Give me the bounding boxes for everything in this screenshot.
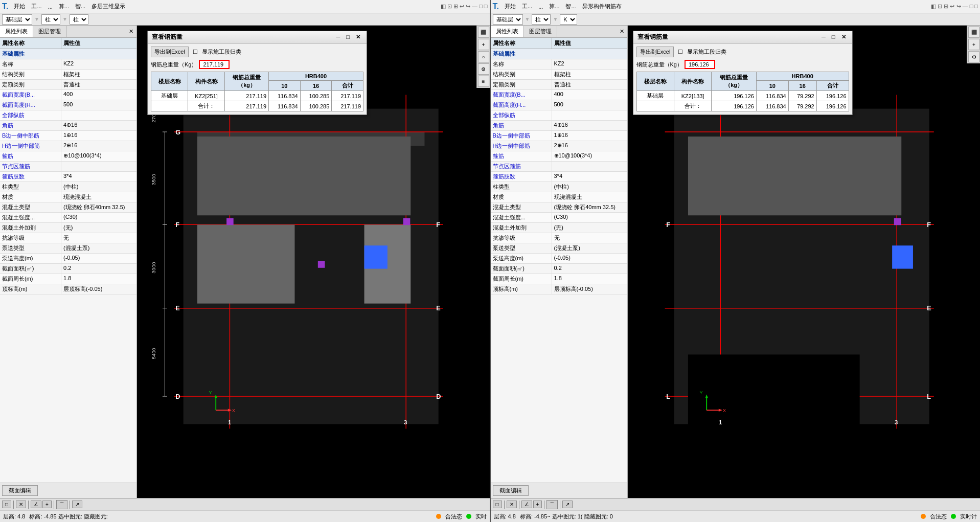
prop-col-header-name: 属性名称 xyxy=(0,38,61,49)
left-toolbar-icons: ◧ ⊡ ⊞ ↩ ↪ — □ □ xyxy=(441,3,488,10)
btool-plus-right[interactable]: + xyxy=(533,501,542,508)
tab-layers-left[interactable]: 图层管理 xyxy=(33,26,66,37)
btool-x-left[interactable]: ✕ xyxy=(16,501,26,508)
app-logo-right: T. xyxy=(493,2,499,11)
prop-row-additive: 混凝土外加剂 (无) xyxy=(0,223,136,233)
checkbox-construction-right[interactable]: ☐ xyxy=(678,49,683,55)
right-prop-coltype: 柱类型 (中柱) xyxy=(491,182,627,192)
toolbar-btn-left-1[interactable]: 开始 xyxy=(11,2,28,11)
btool-angle-right[interactable]: ∠ xyxy=(521,501,532,508)
right-prop-concrete-type: 混凝土类型 (现浇砼 卵石40mm 32.5) xyxy=(491,202,627,213)
dialog-title-right[interactable]: 查看钢筋量 ─ □ ✕ xyxy=(633,31,852,43)
right-toolbar-icons: ◧ ⊡ ⊞ ↩ ↪ — □ □ xyxy=(931,3,978,10)
right-prop-permeability: 抗渗等级 无 xyxy=(491,233,627,243)
dialog-minimize-left[interactable]: ─ xyxy=(334,34,343,40)
right-side-tool-settings[interactable]: ⚙ xyxy=(968,51,979,62)
svg-text:F: F xyxy=(927,221,931,229)
right-type-select-2[interactable]: K xyxy=(560,14,577,25)
side-tool-3d[interactable]: ⬛ xyxy=(478,27,489,38)
prop-row-top-elev: 顶标高(m) 层顶标高(-0.05) xyxy=(0,284,136,294)
side-tool-zoom-out[interactable]: ○ xyxy=(478,51,489,62)
svg-rect-12 xyxy=(226,218,234,225)
weight-value-right: 196.126 xyxy=(685,60,715,69)
left-type-select-1[interactable]: 柱 xyxy=(41,14,60,25)
btool-rect-right[interactable]: □ xyxy=(493,501,502,508)
toolbar-btn-left-4[interactable]: 算... xyxy=(56,2,72,11)
left-type-select-2[interactable]: 柱 xyxy=(70,14,88,25)
export-excel-left[interactable]: 导出到Excel xyxy=(151,47,189,57)
toolbar-btn-left-5[interactable]: 智... xyxy=(73,2,88,11)
right-type-select-1[interactable]: 柱 xyxy=(532,14,551,25)
left-layer-select[interactable]: 基础层 xyxy=(2,14,32,25)
tab-attributes-right[interactable]: 属性列表 xyxy=(491,26,524,37)
panel-close-right[interactable]: ✕ xyxy=(617,28,627,35)
btool-expand-left[interactable]: ↗ xyxy=(72,501,82,508)
toolbar-btn-right-3[interactable]: ... xyxy=(536,3,545,10)
status-dot-green-right xyxy=(951,514,956,519)
dialog-minimize-right[interactable]: ─ xyxy=(819,34,828,40)
side-tool-zoom-in[interactable]: + xyxy=(478,39,489,50)
right-prop-struct: 结构类别 框架柱 xyxy=(491,70,627,80)
btool-x-right[interactable]: ✕ xyxy=(507,501,517,508)
prop-row-section-area: 截面面积(㎡) 0.2 xyxy=(0,264,136,274)
btool-angle-left[interactable]: ∠ xyxy=(31,501,41,508)
tab-attributes-left[interactable]: 属性列表 xyxy=(0,26,33,37)
svg-text:D: D xyxy=(175,393,180,400)
prop-row-concrete-grade: 混凝土强度... (C30) xyxy=(0,213,136,223)
toolbar-btn-right-4[interactable]: 算... xyxy=(546,2,562,11)
svg-rect-48 xyxy=(688,137,901,215)
dialog-close-left[interactable]: ✕ xyxy=(354,34,362,40)
left-app-toolbar: T. 开始 工... ... 算... 智... 多层三维显示 ◧ ⊡ ⊞ ↩ … xyxy=(0,0,490,13)
right-side-tool-zoom[interactable]: + xyxy=(968,39,979,50)
toolbar-btn-right-5[interactable]: 智... xyxy=(563,2,578,11)
steel-table-left: 楼层名称 构件名称 钢筋总重量（kg） HRB400 10 16 合计 xyxy=(151,72,363,111)
dialog-maximize-left[interactable]: □ xyxy=(344,34,352,40)
dialog-maximize-right[interactable]: □ xyxy=(830,34,837,40)
dialog-close-right[interactable]: ✕ xyxy=(839,34,848,40)
side-tool-settings[interactable]: ⚙ xyxy=(478,63,489,75)
right-bottom-area: □ ✕ ∠ + ⌒ ↗ 层高: 4.8 标高: -4.85~ 选中图元: 1( … xyxy=(491,498,981,522)
prop-row-h-side: H边一侧中部筋 2⊕16 xyxy=(0,141,136,151)
right-side-tool-expand[interactable]: ⬛ xyxy=(968,27,979,38)
svg-rect-51 xyxy=(688,354,859,438)
right-status-bar: 层高: 4.8 标高: -4.85~ 选中图元: 1( 隐藏图元: 0 合法态 … xyxy=(491,511,981,522)
checkbox-construction-left[interactable]: ☐ xyxy=(193,49,198,55)
btool-expand-right[interactable]: ↗ xyxy=(562,501,573,508)
toolbar-btn-right-1[interactable]: 开始 xyxy=(502,2,518,11)
right-app-toolbar: T. 开始 工... ... 算... 智... 异形构件钢筋布 ◧ ⊡ ⊞ ↩… xyxy=(491,0,981,13)
right-prop-col-header-value: 属性值 xyxy=(552,38,627,49)
right-prop-concrete-grade: 混凝土强度... (C30) xyxy=(491,213,627,223)
status-dot-green-left xyxy=(466,514,471,519)
right-prop-pump-height: 泵送高度(m) (-0.05) xyxy=(491,254,627,264)
btool-plus-left[interactable]: + xyxy=(42,501,52,508)
section-edit-button-left[interactable]: 截面编辑 xyxy=(2,485,38,496)
svg-rect-14 xyxy=(318,261,325,268)
svg-text:G: G xyxy=(175,129,180,136)
tab-layers-right[interactable]: 图层管理 xyxy=(524,26,557,37)
right-layer-select[interactable]: 基础层 xyxy=(493,14,523,25)
svg-text:E: E xyxy=(175,305,179,312)
export-excel-right[interactable]: 导出到Excel xyxy=(636,47,674,57)
right-prop-corner: 角筋 4⊕16 xyxy=(491,121,627,131)
left-properties-panel: 属性列表 图层管理 ✕ 属性名称 属性值 基础属性 名称 xyxy=(0,26,137,498)
toolbar-btn-right-2[interactable]: 工... xyxy=(519,2,535,11)
prop-row-pump-height: 泵送高度(m) (-0.05) xyxy=(0,254,136,264)
dialog-title-left[interactable]: 查看钢筋量 ─ □ ✕ xyxy=(148,31,367,43)
toolbar-btn-right-6[interactable]: 异形构件钢筋布 xyxy=(580,2,624,11)
toolbar-btn-left-2[interactable]: 工... xyxy=(29,2,44,11)
btool-arc-left[interactable]: ⌒ xyxy=(56,500,67,509)
side-tool-list[interactable]: ≡ xyxy=(478,76,489,87)
btool-arc-right[interactable]: ⌒ xyxy=(546,500,558,509)
right-prop-b-side: B边一侧中部筋 1⊕16 xyxy=(491,131,627,141)
toolbar-btn-left-6[interactable]: 多层三维显示 xyxy=(89,2,128,11)
svg-rect-50 xyxy=(894,218,901,225)
section-edit-button-right[interactable]: 截面编辑 xyxy=(493,485,529,496)
left-canvas-area: G F E D F E D 3500 3900 5400 2700 xyxy=(137,26,490,498)
btool-rect-left[interactable]: □ xyxy=(2,501,11,508)
panel-close-left[interactable]: ✕ xyxy=(126,28,136,35)
svg-rect-8 xyxy=(197,137,411,215)
svg-text:E: E xyxy=(927,305,931,312)
prop-row-permeability: 抗渗等级 无 xyxy=(0,233,136,243)
svg-rect-49 xyxy=(892,245,913,268)
toolbar-btn-left-3[interactable]: ... xyxy=(45,3,55,10)
